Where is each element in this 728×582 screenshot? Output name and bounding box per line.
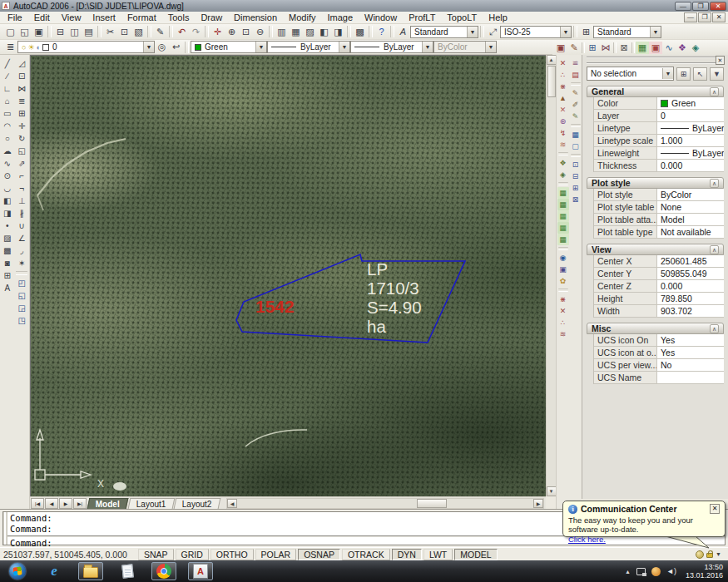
circle-icon[interactable]: ○ — [1, 132, 14, 145]
topolt-image-icon[interactable]: ▦ — [557, 199, 569, 210]
collapse-icon[interactable]: ∧ — [710, 324, 719, 333]
property-row[interactable]: Plot table typeNot available — [594, 226, 724, 239]
menu-item[interactable]: Format — [121, 12, 162, 24]
menu-item[interactable]: Modify — [283, 12, 321, 24]
proflt-tool-icon[interactable]: ⊟ — [570, 170, 582, 182]
property-value[interactable]: 0.000 — [657, 160, 724, 171]
drawing-canvas[interactable]: 1542 LP 1710/3 S=4.90 ha X — [30, 55, 546, 496]
proflt-tool-icon[interactable]: ▦ — [570, 129, 582, 141]
proflt-tool-icon[interactable]: ⊡ — [570, 159, 582, 170]
layout-tab[interactable]: Model — [87, 498, 129, 509]
markup-manager-icon[interactable]: ◨ — [331, 26, 345, 38]
horizontal-scrollbar[interactable]: ◀ ▶ — [226, 498, 544, 509]
collapse-icon[interactable]: ∧ — [710, 245, 719, 254]
arc-icon[interactable]: ◠ — [1, 120, 14, 132]
layer-previous-icon[interactable]: ↩ — [169, 41, 183, 53]
palette-close-icon[interactable]: ✕ — [716, 56, 725, 65]
publish-icon[interactable]: ▤ — [82, 26, 96, 38]
help-icon[interactable]: ? — [374, 26, 389, 38]
topolt-tool-icon[interactable]: ❖ — [557, 157, 569, 169]
polygon-icon[interactable]: ⌂ — [1, 95, 14, 107]
topolt-tool-icon[interactable]: ↯ — [557, 127, 569, 139]
chevron-down-icon[interactable]: ▼ — [339, 42, 349, 52]
menu-item[interactable]: View — [56, 12, 87, 24]
chevron-down-icon[interactable]: ▼ — [143, 42, 154, 52]
property-row[interactable]: LinetypeByLayer — [594, 122, 724, 135]
property-row[interactable]: Plot table atta...Model — [594, 214, 724, 226]
topolt-tool-icon[interactable]: ∴ — [557, 317, 569, 328]
menu-item[interactable]: Edit — [28, 12, 56, 24]
tool-palettes-icon[interactable]: ▨ — [303, 26, 317, 38]
topolt-tool-icon[interactable]: ≋ — [557, 139, 569, 150]
topolt-image-icon[interactable]: ▦ — [557, 187, 569, 199]
menu-item[interactable]: File — [2, 12, 28, 24]
select-objects-button[interactable]: ↖ — [693, 67, 707, 81]
topolt-tool-icon[interactable]: ⋇ — [557, 293, 569, 305]
topolt-image-icon[interactable]: ▦ — [557, 222, 569, 234]
proflt-tool-icon[interactable]: ⊞ — [570, 182, 582, 194]
property-value[interactable]: Green — [657, 97, 724, 109]
property-value[interactable]: 0 — [657, 110, 724, 121]
chevron-down-icon[interactable]: ▼ — [422, 42, 433, 52]
break-icon[interactable]: ∦ — [15, 207, 28, 219]
scrollbar-thumb[interactable] — [547, 66, 556, 97]
property-row[interactable]: UCS icon OnYes — [594, 334, 724, 347]
property-value[interactable]: Yes — [657, 347, 724, 358]
join-icon[interactable]: ∪ — [15, 219, 28, 232]
image-tool-icon[interactable]: ∿ — [662, 42, 676, 54]
topolt-tool-icon[interactable]: ≋ — [557, 328, 569, 340]
draworder-back-icon[interactable]: ◱ — [15, 289, 28, 302]
status-toggle[interactable]: POLAR — [255, 549, 297, 560]
draworder-front-icon[interactable]: ◰ — [15, 277, 28, 289]
property-row[interactable]: UCS icon at o...Yes — [594, 347, 724, 359]
text-style-icon[interactable]: A — [396, 26, 410, 38]
menu-item[interactable]: Help — [483, 12, 513, 24]
draworder-above-icon[interactable]: ◲ — [15, 302, 28, 314]
chevron-down-icon[interactable]: ▼ — [650, 27, 661, 37]
property-value[interactable]: Yes — [657, 334, 724, 346]
topolt-tool-icon[interactable]: ⊛ — [557, 116, 569, 127]
scrollbar-thumb[interactable] — [417, 499, 447, 508]
tab-nav-button[interactable]: ▶| — [73, 498, 87, 509]
property-value[interactable]: 789.850 — [657, 293, 724, 304]
line-icon[interactable]: ╱ — [1, 57, 14, 70]
chrome-icon[interactable] — [151, 562, 176, 580]
quick-select-button[interactable]: ▼ — [710, 67, 724, 81]
ref-icon[interactable]: ⋈ — [599, 42, 612, 54]
zoom-previous-icon[interactable]: ⊖ — [253, 26, 267, 38]
property-row[interactable]: Plot styleByColor — [594, 189, 724, 201]
topolt-tool-icon[interactable]: ▣ — [557, 264, 569, 275]
explode-icon[interactable]: ✶ — [15, 257, 28, 269]
topolt-tool-icon[interactable]: ✕ — [557, 57, 569, 69]
property-value[interactable]: 509855.049 — [657, 268, 724, 279]
table-icon[interactable]: ⊞ — [1, 269, 14, 282]
image-tool-icon[interactable]: ▣ — [649, 42, 662, 54]
taskbar-clock[interactable]: 13:50 13.01.2016 — [686, 563, 723, 580]
property-value[interactable]: Model — [657, 214, 724, 225]
erase-icon[interactable]: ◿ — [15, 57, 28, 70]
layout-tab[interactable]: Layout2 — [174, 498, 220, 509]
property-row[interactable]: Center X250601.485 — [594, 255, 724, 268]
refedit-icon[interactable]: ▣ — [554, 42, 567, 54]
revcloud-icon[interactable]: ☁ — [1, 145, 14, 157]
status-toggle[interactable]: SNAP — [138, 549, 174, 560]
proflt-tool-icon[interactable]: ≌ — [570, 57, 582, 69]
array-icon[interactable]: ⊞ — [15, 107, 28, 120]
property-row[interactable]: Layer0 — [594, 110, 724, 122]
volume-tray-icon[interactable]: ◄) — [666, 567, 676, 575]
parcel-area-label[interactable]: LP 1710/3 S=4.90 ha — [367, 259, 422, 336]
tab-nav-button[interactable]: |◀ — [31, 498, 44, 509]
autocad-taskbar-icon[interactable]: A — [188, 562, 213, 580]
make-object-layer-current-icon[interactable]: ◎ — [155, 41, 169, 53]
table-style-icon[interactable]: ⊞ — [579, 26, 593, 38]
topolt-tool-icon[interactable]: ✕ — [557, 104, 569, 116]
start-button[interactable] — [5, 562, 30, 580]
undo-icon[interactable]: ↶ — [175, 26, 189, 38]
property-row[interactable]: Center Z0.000 — [594, 280, 724, 293]
status-toggle[interactable]: OTRACK — [342, 549, 390, 560]
chevron-down-icon[interactable]: ▼ — [467, 27, 478, 37]
close-button[interactable]: ✕ — [710, 2, 726, 11]
topolt-tool-icon[interactable]: ✕ — [557, 305, 569, 317]
property-value[interactable]: 0.000 — [657, 280, 724, 292]
qcalc-icon[interactable]: ▩ — [353, 26, 367, 38]
